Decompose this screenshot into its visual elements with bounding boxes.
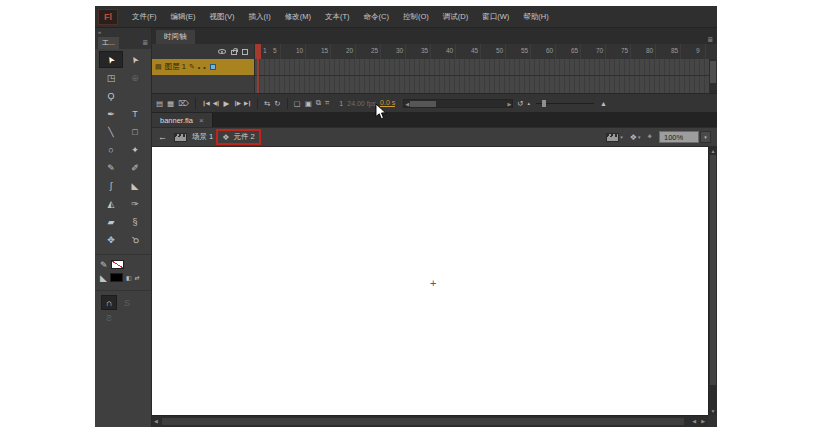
straighten-option[interactable]: Ƨ [101,310,117,325]
scroll-up-icon[interactable]: ▲ [709,148,717,154]
playhead[interactable] [255,44,261,59]
new-layer-button[interactable]: ▤ [156,99,163,108]
center-frame-icon[interactable]: ⌖ [647,132,652,142]
onion-skin-outlines-button[interactable]: ▣ [305,99,312,108]
layer-lock-dot[interactable]: • [203,64,205,71]
timeline-panel-menu-icon[interactable]: ≣ [707,36,713,44]
breadcrumb-symbol[interactable]: ❖ 元件 2 [218,130,258,144]
step-back-button[interactable]: ◀❙ [213,100,220,106]
timeline-vertical-scrollbar[interactable] [709,59,717,93]
step-forward-button[interactable]: ❙▶ [233,100,240,106]
zoom-control[interactable]: 100% ▾ [659,131,711,143]
frame-ruler[interactable]: 1 5 10 15 20 25 30 35 40 45 50 55 60 65 [255,44,717,59]
onion-skin-button[interactable]: ▢ [294,99,301,108]
selection-tool[interactable]: ➤ [99,51,123,68]
menu-view[interactable]: 视图(V) [204,9,241,25]
stroke-color-swatch[interactable] [111,260,124,269]
timeline-vertical-scrollbar-thumb[interactable] [710,61,716,83]
frame-grid[interactable] [255,59,717,93]
free-transform-tool[interactable]: ◳ [99,69,123,86]
timeline-zoom-slider-handle[interactable] [542,100,546,107]
horizontal-scrollbar[interactable]: ◀ ◀ ▶ [152,415,708,427]
ink-bottle-tool[interactable]: ◭ [99,195,123,212]
timeline-zoom-out-icon[interactable]: ▴ [528,100,531,106]
menu-modify[interactable]: 修改(M) [279,9,317,25]
frames-area[interactable]: 1 5 10 15 20 25 30 35 40 45 50 55 60 65 [255,44,717,93]
zoom-tool[interactable]: ⚲ [123,231,147,248]
line-tool[interactable]: ╲ [99,123,123,140]
layer-outline-color-swatch[interactable] [210,64,216,70]
loop-range-button[interactable]: ↻ [274,99,280,108]
smooth-option[interactable]: S [119,295,135,310]
loop-button[interactable]: ⇆ [264,99,270,108]
paint-bucket-tool[interactable]: ◣ [123,177,147,194]
fill-color-swatch[interactable] [110,273,123,282]
menu-insert[interactable]: 插入(I) [243,9,277,25]
edit-symbol-button[interactable]: ❖ ▾ [630,133,641,142]
scroll-right-icon[interactable]: ▶ [507,100,511,108]
stage[interactable]: + [152,147,708,415]
visibility-column-icon[interactable] [218,49,226,54]
edit-scene-button[interactable]: ▾ [606,133,623,142]
vertical-scrollbar[interactable]: ▲ ▼ [708,147,717,415]
timeline-horizontal-scrollbar[interactable]: ◀ ▶ [403,99,513,108]
lock-column-icon[interactable] [231,50,237,55]
oval-tool[interactable]: ○ [99,141,123,158]
tab-tools[interactable]: 工... [98,37,119,49]
menu-file[interactable]: 文件(F) [126,9,163,25]
polystar-tool[interactable]: ✦ [123,141,147,158]
frame-rate-indicator[interactable]: 24.00 fps [347,100,376,107]
play-button[interactable]: ▶ [223,99,229,108]
3d-rotation-tool[interactable]: ⊕ [123,69,147,86]
close-document-icon[interactable]: × [199,116,204,125]
reset-timeline-zoom-button[interactable]: ↺ [517,99,523,108]
eraser-tool[interactable]: ▰ [99,213,123,230]
document-tab[interactable]: banner.fla × [152,113,213,127]
delete-layer-button[interactable]: ⌦ [178,99,189,108]
zoom-value-field[interactable]: 100% [659,131,699,143]
layer-visibility-dot[interactable]: • [198,64,200,71]
menu-help[interactable]: 帮助(H) [517,9,554,25]
scroll-left-icon[interactable]: ◀ [154,418,158,424]
snap-to-objects-toggle[interactable]: ∩ [101,295,117,310]
rectangle-tool[interactable]: □ [123,123,147,140]
brush-tool[interactable]: ✐ [123,159,147,176]
deco-tool[interactable]: § [123,213,147,230]
go-to-first-frame-button[interactable]: ❙◀ [202,100,209,106]
layer-name[interactable]: 图层 1 [165,62,186,72]
eyedropper-tool[interactable]: ✑ [123,195,147,212]
menu-control[interactable]: 控制(O) [397,9,435,25]
panel-menu-icon[interactable]: ≣ [142,39,148,47]
scroll-left-icon[interactable]: ◀ [692,418,696,424]
timeline-scrollbar-thumb[interactable] [410,101,436,107]
layer-row[interactable]: ▤ 图层 1 ✎ • • [152,59,254,75]
go-to-last-frame-button[interactable]: ▶❙ [244,100,251,106]
hand-tool[interactable]: ✥ [99,231,123,248]
new-folder-button[interactable]: ▦ [167,99,174,108]
pencil-tool[interactable]: ✎ [99,159,123,176]
modify-markers-button[interactable]: ⌗ [325,98,329,108]
text-tool[interactable]: T [123,105,147,122]
outline-column-icon[interactable] [242,49,248,55]
tab-timeline[interactable]: 时间轴 [156,30,195,44]
back-button[interactable]: ← [158,132,167,142]
bone-tool[interactable]: ʃ [99,177,123,194]
lasso-tool[interactable]: Ϙ [99,87,123,104]
menu-commands[interactable]: 命令(C) [358,9,395,25]
scroll-down-icon[interactable]: ▼ [709,408,717,414]
vertical-scrollbar-thumb[interactable] [710,155,716,385]
menu-edit[interactable]: 编辑(E) [165,9,202,25]
default-colors-icon[interactable]: ◧ [126,274,132,281]
scroll-left-icon[interactable]: ◀ [405,100,409,108]
breadcrumb-scene[interactable]: 场景 1 [192,132,213,142]
pen-tool[interactable]: ✒ [99,105,123,122]
scroll-right-icon[interactable]: ▶ [701,418,705,424]
edit-multiple-frames-button[interactable]: ⧉ [316,98,321,108]
zoom-dropdown-icon[interactable]: ▾ [700,131,711,143]
subselection-tool[interactable]: ➤ [123,51,147,68]
menu-window[interactable]: 窗口(W) [476,9,515,25]
menu-debug[interactable]: 调试(D) [437,9,474,25]
timeline-zoom-slider[interactable] [536,103,594,104]
collapse-panel-icon[interactable]: « [95,28,151,36]
menu-text[interactable]: 文本(T) [319,9,356,25]
